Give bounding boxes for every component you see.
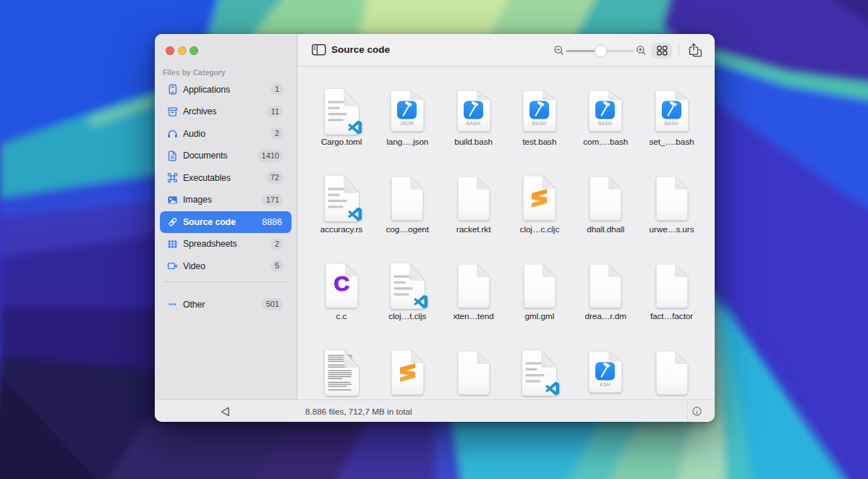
svg-text:BASH: BASH (598, 121, 612, 126)
svg-text:i: i (696, 408, 698, 415)
svg-text:KSH: KSH (600, 382, 610, 387)
svg-text:BASH: BASH (466, 121, 480, 126)
svg-text:BASH: BASH (532, 121, 546, 126)
svg-text:JSON: JSON (400, 121, 414, 126)
svg-text:BASH: BASH (664, 121, 678, 126)
